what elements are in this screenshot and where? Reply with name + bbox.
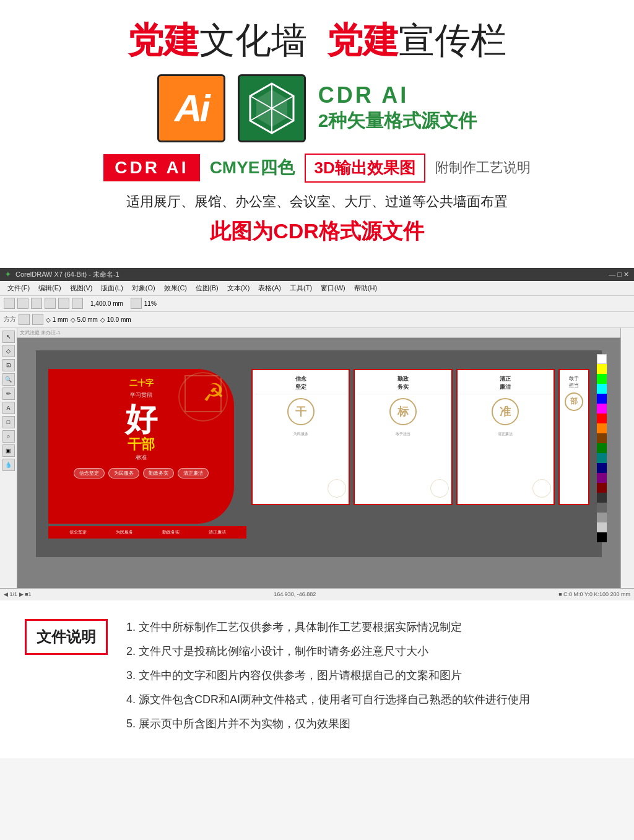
tool-select[interactable]: ↖ xyxy=(2,331,15,343)
cdr-ai-label: CDR AI xyxy=(318,82,477,108)
palette-yellow[interactable] xyxy=(597,364,607,374)
tool-dropper[interactable]: 💧 xyxy=(2,459,15,471)
tool-shape[interactable]: ◇ xyxy=(2,345,15,357)
card-faith: 信念坚定 干 为民服务 xyxy=(251,369,350,505)
cdr-workspace: ↖ ◇ ⊡ 🔍 ✏ A □ ○ ▣ 💧 文武法庭 未办汪-1 xyxy=(0,328,634,588)
cdr-titlebar: ✦ CorelDRAW X7 (64-Bit) - 未命名-1 ― □ ✕ xyxy=(0,268,634,281)
statusbar-right: ■ C:0 M:0 Y:0 K:100 200 mm xyxy=(558,591,630,597)
toolbar-unit2: ◇ 5.0 mm xyxy=(71,316,98,323)
file-desc-section: 文件说明 1. 文件中所标制作工艺仅供参考，具体制作工艺要根据实际情况制定 2.… xyxy=(0,600,634,758)
palette-light-gray[interactable] xyxy=(597,522,607,532)
coreldraw-icon xyxy=(238,74,306,142)
toolbar-save[interactable] xyxy=(31,298,42,309)
cdr-toolbox: ↖ ◇ ⊡ 🔍 ✏ A □ ○ ▣ 💧 xyxy=(0,328,17,588)
menu-file[interactable]: 文件(F) xyxy=(4,282,33,294)
palette-magenta[interactable] xyxy=(597,404,607,414)
palette-green[interactable] xyxy=(597,374,607,384)
tool-crop[interactable]: ⊡ xyxy=(2,359,15,371)
palette-teal[interactable] xyxy=(597,453,607,463)
red-main-shape: ☭ 二十字 学习贯彻 好 干部 标准 信念坚定 为民服务 xyxy=(48,369,234,524)
3d-output-tag: 3D输出效果图 xyxy=(305,154,425,183)
toolbar-unit3: ◇ 10.0 mm xyxy=(100,316,131,323)
bar-text-3: 勤政务实 xyxy=(162,529,180,535)
menu-help[interactable]: 帮助(H) xyxy=(350,282,381,294)
toolbar-open[interactable] xyxy=(17,298,28,309)
menu-bitmap[interactable]: 位图(B) xyxy=(192,282,222,294)
toolbar-btn-misc[interactable] xyxy=(19,314,30,325)
palette-purple[interactable] xyxy=(597,473,607,483)
ruler-top: 文武法庭 未办汪-1 xyxy=(17,328,620,338)
tool-text[interactable]: A xyxy=(2,402,15,414)
statusbar-center: 164.930, -46.882 xyxy=(274,591,316,597)
cdr-window-title: CorelDRAW X7 (64-Bit) - 未命名-1 xyxy=(15,270,119,279)
palette-gray[interactable] xyxy=(597,513,607,522)
toolbar-print[interactable] xyxy=(45,298,56,309)
card1-deco xyxy=(328,479,346,498)
palette-mid-gray[interactable] xyxy=(597,503,607,513)
menu-effects[interactable]: 效果(C) xyxy=(160,282,191,294)
cdr-right-panel xyxy=(620,328,634,588)
color-indicator: ■ xyxy=(558,591,562,597)
menu-edit[interactable]: 编辑(E) xyxy=(35,282,65,294)
cdr-svg-icon xyxy=(244,80,300,136)
menu-view[interactable]: 视图(V) xyxy=(66,282,97,294)
cdr-format-notice: 此图为CDR格式源文件 xyxy=(12,217,622,256)
tags-row: CDR AI CMYE四色 3D输出效果图 附制作工艺说明 xyxy=(12,154,622,183)
card4-circle: 部 xyxy=(565,392,583,411)
card3-circle: 准 xyxy=(492,398,519,425)
tool-pen[interactable]: ✏ xyxy=(2,388,15,400)
left-design-shape: ☭ 二十字 学习贯彻 好 干部 标准 信念坚定 为民服务 xyxy=(48,369,246,539)
palette-dark-blue[interactable] xyxy=(597,463,607,473)
palette-dark-gray[interactable] xyxy=(597,493,607,503)
file-desc-item-4: 4. 源文件包含CDR和AI两种文件格式，使用者可自行选择自己熟悉的软件进行使用 xyxy=(126,691,609,708)
card1-header: 信念坚定 xyxy=(255,375,346,394)
tool-ellipse[interactable]: ○ xyxy=(2,430,15,443)
title-black-1: 文化墙 xyxy=(199,20,307,60)
menu-table[interactable]: 表格(A) xyxy=(254,282,285,294)
tool-rect[interactable]: □ xyxy=(2,416,15,428)
palette-red[interactable] xyxy=(597,414,607,423)
toolbar-redo[interactable] xyxy=(72,298,83,309)
menu-window[interactable]: 窗口(W) xyxy=(317,282,349,294)
file-desc-label: 文件说明 xyxy=(25,619,108,655)
toolbar-btn-misc2[interactable] xyxy=(32,314,43,325)
palette-brown[interactable] xyxy=(597,433,607,443)
card3-sub: 清正廉洁 xyxy=(498,431,513,437)
cdr-toolbar-2: 方方 ◇ 1 mm ◇ 5.0 mm ◇ 10.0 mm xyxy=(0,312,634,328)
card2-sub: 敢于担当 xyxy=(396,431,410,437)
card4-header: 敢于担当 xyxy=(569,375,579,389)
red-bottom-bar: 信念坚定 为民服务 勤政务实 清正廉洁 xyxy=(48,526,246,539)
coreldraw-screenshot: ✦ CorelDRAW X7 (64-Bit) - 未命名-1 ― □ ✕ 文件… xyxy=(0,268,634,600)
toolbar-new[interactable] xyxy=(4,298,15,309)
color-palette-strip xyxy=(597,354,607,588)
bar-text-4: 清正廉洁 xyxy=(209,529,226,535)
palette-dark-red[interactable] xyxy=(597,483,607,493)
adobe-illustrator-icon: Ai xyxy=(157,74,225,142)
toolbar-zoom[interactable] xyxy=(131,298,142,309)
bar-text-2: 为民服务 xyxy=(116,529,133,535)
design-layout: ☭ 二十字 学习贯彻 好 干部 标准 信念坚定 为民服务 xyxy=(48,369,589,539)
menu-object[interactable]: 对象(O) xyxy=(128,282,159,294)
format-text: CDR AI 2种矢量格式源文件 xyxy=(318,82,477,134)
toolbar-coord: 方方 xyxy=(4,315,16,324)
format-sub-label: 2种矢量格式源文件 xyxy=(318,108,477,134)
tool-fill[interactable]: ▣ xyxy=(2,444,15,457)
toolbar-undo[interactable] xyxy=(58,298,69,309)
bar-text-1: 信念坚定 xyxy=(69,529,87,535)
cdr-canvas: 文武法庭 未办汪-1 ☭ 二十字 xyxy=(17,328,620,588)
menu-text[interactable]: 文本(X) xyxy=(224,282,254,294)
ruler-label: 文武法庭 未办汪-1 xyxy=(20,329,60,336)
palette-orange[interactable] xyxy=(597,423,607,433)
palette-dark-green[interactable] xyxy=(597,443,607,453)
menu-tools[interactable]: 工具(T) xyxy=(286,282,316,294)
palette-black[interactable] xyxy=(597,532,607,542)
palette-cyan[interactable] xyxy=(597,384,607,394)
header-section: 党建文化墙 党建宣传栏 Ai CDR AI 2种矢量格式源文件 CDR AI C… xyxy=(0,0,634,268)
page-nav[interactable]: ◀ 1/1 ▶ xyxy=(4,591,24,597)
menu-layout[interactable]: 版面(L) xyxy=(97,282,126,294)
tool-zoom[interactable]: 🔍 xyxy=(2,373,15,386)
page-indicator: ■1 xyxy=(25,591,31,597)
craft-note-tag: 附制作工艺说明 xyxy=(435,158,531,177)
palette-white[interactable] xyxy=(597,354,607,364)
palette-blue[interactable] xyxy=(597,394,607,404)
